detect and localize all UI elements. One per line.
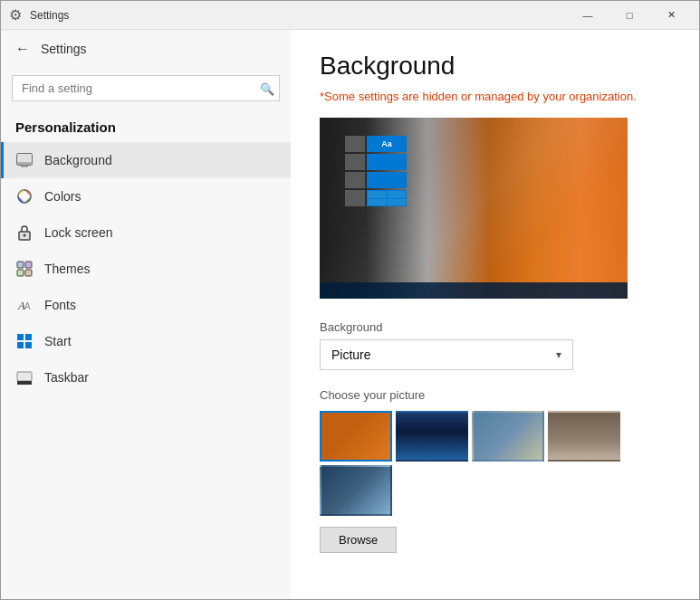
sidebar-item-colors-label: Colors	[44, 189, 81, 204]
sidebar-item-lock-screen-label: Lock screen	[44, 225, 112, 240]
colors-nav-icon	[15, 187, 34, 205]
choose-picture-label: Choose your picture	[320, 388, 670, 402]
browse-button[interactable]: Browse	[320, 527, 397, 553]
sidebar-heading: Personalization	[1, 109, 291, 142]
title-bar-title: Settings	[30, 9, 567, 22]
svg-rect-9	[25, 262, 32, 268]
picture-thumb-2[interactable]	[396, 411, 468, 462]
sidebar-item-themes[interactable]: Themes	[1, 251, 291, 287]
title-bar: ⚙ Settings — □ ✕	[1, 1, 699, 30]
start-nav-icon	[15, 332, 34, 350]
svg-rect-8	[17, 262, 24, 268]
svg-rect-15	[25, 334, 32, 340]
themes-nav-icon	[15, 260, 34, 278]
svg-rect-3	[23, 164, 26, 166]
picture-thumb-3[interactable]	[472, 411, 544, 462]
desktop-preview: Aa	[320, 118, 628, 299]
sidebar-item-fonts[interactable]: A A Fonts	[1, 287, 291, 323]
dropdown-value: Picture	[331, 348, 371, 362]
sidebar-item-background[interactable]: Background	[1, 142, 291, 178]
main-content: ← Settings 🔍 Personalization	[1, 30, 699, 599]
settings-app-icon: ⚙	[8, 8, 23, 23]
svg-rect-19	[17, 381, 32, 385]
sidebar-item-colors[interactable]: Colors	[1, 178, 291, 214]
back-arrow-icon: ←	[15, 41, 30, 57]
search-container: 🔍	[12, 75, 280, 101]
sidebar-item-themes-label: Themes	[44, 262, 91, 276]
sidebar-item-start[interactable]: Start	[1, 323, 291, 359]
preview-taskbar	[320, 282, 628, 299]
svg-rect-18	[17, 372, 32, 381]
taskbar-nav-icon	[15, 368, 34, 386]
sidebar-item-fonts-label: Fonts	[44, 298, 76, 312]
sidebar-item-start-label: Start	[44, 334, 72, 348]
svg-rect-16	[17, 342, 24, 348]
sidebar-item-taskbar[interactable]: Taskbar	[1, 359, 291, 395]
org-notice: *Some settings are hidden or managed by …	[320, 90, 670, 103]
sidebar-item-background-label: Background	[44, 153, 112, 167]
picture-thumb-4[interactable]	[548, 411, 620, 462]
svg-rect-4	[21, 166, 28, 167]
back-button[interactable]: ← Settings	[1, 30, 291, 68]
svg-rect-17	[25, 342, 32, 348]
background-dropdown-section: Background Picture ▾	[320, 320, 670, 370]
svg-rect-14	[17, 334, 24, 340]
svg-rect-10	[17, 270, 24, 276]
sidebar: ← Settings 🔍 Personalization	[1, 30, 291, 599]
search-input[interactable]	[12, 75, 280, 101]
close-button[interactable]: ✕	[650, 1, 692, 30]
lock-screen-nav-icon	[15, 224, 34, 242]
page-title: Background	[320, 52, 670, 81]
background-dropdown[interactable]: Picture ▾	[320, 339, 573, 370]
maximize-button[interactable]: □	[609, 1, 650, 30]
picture-thumb-1[interactable]	[320, 411, 392, 462]
preview-tiles: Aa	[345, 136, 407, 206]
search-icon-button[interactable]: 🔍	[260, 81, 274, 95]
fonts-nav-icon: A A	[15, 296, 34, 314]
background-section-label: Background	[320, 320, 670, 334]
sidebar-item-lock-screen[interactable]: Lock screen	[1, 214, 291, 251]
sidebar-item-taskbar-label: Taskbar	[44, 370, 89, 385]
minimize-button[interactable]: —	[567, 1, 609, 30]
svg-text:A: A	[24, 301, 31, 311]
chevron-down-icon: ▾	[556, 348, 561, 361]
svg-rect-11	[25, 270, 32, 276]
right-content: Background *Some settings are hidden or …	[291, 30, 699, 599]
back-label: Settings	[41, 42, 87, 56]
title-bar-controls: — □ ✕	[567, 1, 692, 30]
picture-grid	[320, 411, 670, 516]
background-nav-icon	[15, 151, 34, 169]
svg-point-7	[24, 234, 26, 237]
picture-thumb-5[interactable]	[320, 465, 392, 516]
settings-window: ⚙ Settings — □ ✕ ← Settings 🔍 Personaliz…	[0, 0, 700, 600]
